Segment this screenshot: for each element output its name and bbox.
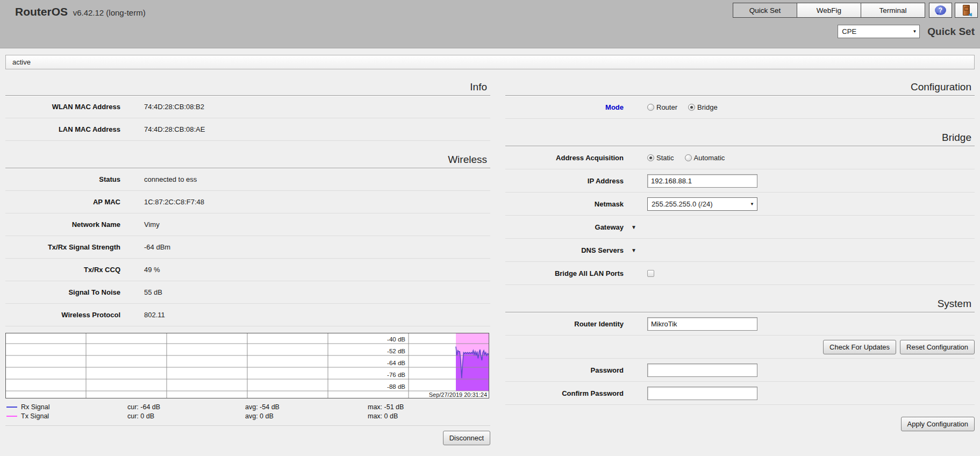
signal-strength-value: -64 dBm bbox=[144, 243, 170, 251]
password-label: Password bbox=[505, 366, 624, 374]
netmask-label: Netmask bbox=[505, 200, 624, 208]
addr-automatic-radio[interactable] bbox=[685, 154, 692, 161]
legend-row-rx: Rx Signal cur: -64 dB avg: -54 dB max: -… bbox=[5, 402, 490, 411]
ccq-value: 49 % bbox=[144, 266, 160, 274]
rx-max: max: -51 dB bbox=[368, 403, 404, 411]
disconnect-button[interactable]: Disconnect bbox=[443, 431, 490, 445]
top-nav: Quick Set WebFig Terminal ? ◄ bbox=[733, 3, 978, 18]
profile-select-value: CPE bbox=[842, 27, 856, 35]
wireless-protocol-label: Wireless Protocol bbox=[5, 311, 120, 319]
router-identity-label: Router Identity bbox=[505, 320, 624, 328]
profile-select[interactable]: CPE ▼ bbox=[838, 25, 920, 38]
mode-router-radio[interactable] bbox=[647, 104, 654, 111]
rx-cur: cur: -64 dB bbox=[127, 403, 245, 411]
dns-servers-label: DNS Servers bbox=[505, 246, 624, 254]
network-name-label: Network Name bbox=[5, 220, 120, 229]
left-panel: Info WLAN MAC Address 74:4D:28:CB:08:B2 … bbox=[5, 73, 490, 445]
tx-signal-label: Tx Signal bbox=[21, 412, 49, 420]
check-for-updates-button[interactable]: Check For Updates bbox=[823, 340, 896, 354]
quickset-sub-bar: CPE ▼ Quick Set bbox=[838, 25, 975, 38]
row-ip-address: IP Address bbox=[505, 169, 975, 193]
section-title-wireless: Wireless bbox=[5, 141, 490, 168]
svg-text:-88 dB: -88 dB bbox=[387, 383, 405, 390]
nav-terminal-button[interactable]: Terminal bbox=[861, 3, 925, 18]
row-password: Password bbox=[505, 359, 975, 382]
section-title-system: System bbox=[505, 285, 975, 312]
help-button[interactable]: ? bbox=[929, 3, 952, 18]
app-name: RouterOS bbox=[15, 5, 68, 18]
app-version: v6.42.12 (long-term) bbox=[73, 8, 146, 17]
addr-automatic-option: Automatic bbox=[685, 154, 725, 162]
tx-avg: avg: 0 dB bbox=[245, 412, 368, 420]
row-apply: Apply Configuration bbox=[505, 405, 975, 431]
netmask-select-value: 255.255.255.0 (/24) bbox=[652, 200, 712, 208]
mode-router-option: Router bbox=[647, 103, 677, 111]
section-title-info: Info bbox=[5, 73, 490, 96]
gateway-label: Gateway bbox=[505, 223, 624, 231]
wlan-mac-value: 74:4D:28:CB:08:B2 bbox=[144, 103, 204, 111]
bridge-all-lan-ports-label: Bridge All LAN Ports bbox=[505, 269, 624, 277]
nav-button-group: Quick Set WebFig Terminal bbox=[733, 3, 925, 18]
mode-label[interactable]: Mode bbox=[505, 103, 624, 111]
nav-quick-set-button[interactable]: Quick Set bbox=[733, 3, 797, 18]
logout-button[interactable]: ◄ bbox=[955, 3, 978, 18]
status-label: Status bbox=[5, 175, 120, 183]
lan-mac-label: LAN MAC Address bbox=[5, 125, 120, 133]
row-lan-mac: LAN MAC Address 74:4D:28:CB:08:AE bbox=[5, 118, 490, 141]
app-brand: RouterOS v6.42.12 (long-term) bbox=[15, 5, 146, 18]
rx-avg: avg: -54 dB bbox=[245, 403, 368, 411]
main-content: Info WLAN MAC Address 74:4D:28:CB:08:B2 … bbox=[0, 73, 980, 445]
bridge-all-lan-ports-checkbox[interactable] bbox=[647, 270, 654, 277]
rx-signal-line-icon bbox=[6, 407, 17, 408]
address-acquisition-label: Address Acquisition bbox=[505, 154, 624, 162]
ccq-label: Tx/Rx CCQ bbox=[5, 266, 120, 274]
disconnect-row: Disconnect bbox=[5, 425, 490, 445]
apply-configuration-button[interactable]: Apply Configuration bbox=[901, 417, 975, 431]
nav-webfig-button[interactable]: WebFig bbox=[797, 3, 861, 18]
router-identity-input[interactable] bbox=[647, 317, 757, 331]
row-address-acquisition: Address Acquisition Static Automatic bbox=[505, 146, 975, 169]
ip-address-input[interactable] bbox=[647, 174, 757, 188]
status-bar: active bbox=[5, 55, 975, 69]
rx-signal-label: Rx Signal bbox=[21, 403, 50, 411]
signal-history-chart-svg: -40 dB-52 dB-64 dB-76 dB-88 dBSep/27/201… bbox=[5, 333, 489, 398]
tx-max: max: 0 dB bbox=[368, 412, 398, 420]
row-wireless-protocol: Wireless Protocol 802.11 bbox=[5, 304, 490, 326]
svg-text:-52 dB: -52 dB bbox=[387, 348, 405, 354]
confirm-password-input[interactable] bbox=[647, 387, 757, 400]
row-ap-mac: AP MAC 1C:87:2C:C8:F7:48 bbox=[5, 191, 490, 213]
page-title: Quick Set bbox=[927, 26, 975, 38]
netmask-select[interactable]: 255.255.255.0 (/24) ▼ bbox=[647, 197, 757, 211]
mode-router-label: Router bbox=[656, 103, 677, 111]
addr-static-radio[interactable] bbox=[647, 154, 654, 161]
logout-arrow-icon: ◄ bbox=[968, 11, 973, 17]
confirm-password-label: Confirm Password bbox=[505, 389, 624, 397]
addr-automatic-label: Automatic bbox=[694, 154, 725, 162]
signal-to-noise-value: 55 dB bbox=[144, 288, 162, 296]
lan-mac-value: 74:4D:28:CB:08:AE bbox=[144, 125, 205, 133]
dropdown-arrow-icon: ▼ bbox=[750, 202, 754, 206]
password-input[interactable] bbox=[647, 364, 757, 377]
svg-text:Sep/27/2019 20:31:24: Sep/27/2019 20:31:24 bbox=[429, 391, 487, 398]
gateway-expand-icon[interactable]: ▼ bbox=[631, 224, 636, 230]
chart-legend: Rx Signal cur: -64 dB avg: -54 dB max: -… bbox=[5, 402, 490, 421]
dns-expand-icon[interactable]: ▼ bbox=[631, 247, 636, 253]
row-ccq: Tx/Rx CCQ 49 % bbox=[5, 259, 490, 281]
mode-bridge-label: Bridge bbox=[697, 103, 718, 111]
svg-text:-76 dB: -76 dB bbox=[387, 372, 405, 378]
signal-strength-label: Tx/Rx Signal Strength bbox=[5, 243, 120, 251]
reset-configuration-button[interactable]: Reset Configuration bbox=[900, 340, 975, 354]
wlan-mac-label: WLAN MAC Address bbox=[5, 103, 120, 111]
section-title-configuration: Configuration bbox=[505, 73, 975, 96]
addr-static-option: Static bbox=[647, 154, 674, 162]
row-dns-servers: DNS Servers ▼ bbox=[505, 239, 975, 262]
status-value: connected to ess bbox=[144, 175, 197, 183]
top-bar: RouterOS v6.42.12 (long-term) Quick Set … bbox=[0, 0, 980, 48]
row-status: Status connected to ess bbox=[5, 168, 490, 191]
mode-bridge-radio[interactable] bbox=[688, 104, 695, 111]
right-panel: Configuration Mode Router Bridge Bridge … bbox=[505, 73, 975, 445]
row-confirm-password: Confirm Password bbox=[505, 382, 975, 405]
ip-address-label: IP Address bbox=[505, 177, 624, 185]
signal-to-noise-label: Signal To Noise bbox=[5, 288, 120, 296]
row-network-name: Network Name Vimy bbox=[5, 213, 490, 236]
